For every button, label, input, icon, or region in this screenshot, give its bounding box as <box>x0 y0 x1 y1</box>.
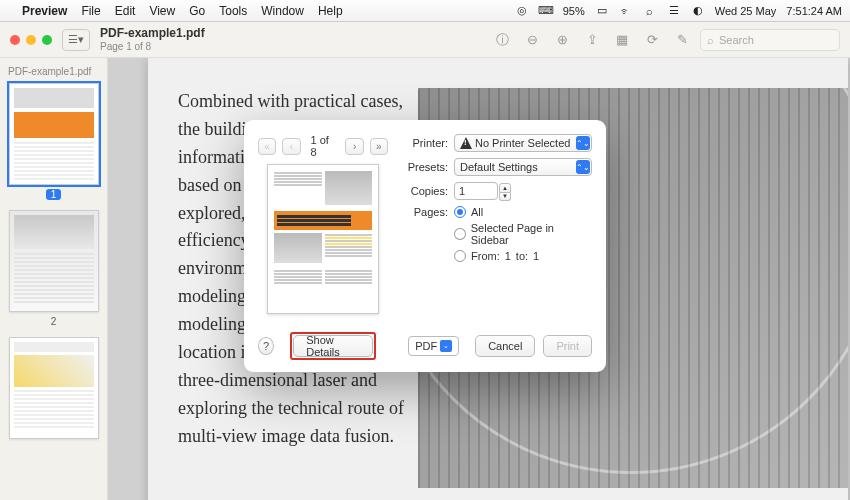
chevron-down-icon: ⌄ <box>440 340 452 352</box>
document-title: PDF-example1.pdf <box>100 27 205 40</box>
menu-go[interactable]: Go <box>189 4 205 18</box>
menubar-time[interactable]: 7:51:24 AM <box>786 5 842 17</box>
pages-selected-radio[interactable] <box>454 228 466 240</box>
sidebar-toggle[interactable]: ☰▾ <box>62 29 90 51</box>
printer-select[interactable]: No Printer Selected ⌃⌄ <box>454 134 592 152</box>
thumbnail-label-2: 2 <box>6 316 101 327</box>
pages-selected-label: Selected Page in Sidebar <box>471 222 592 246</box>
copies-input[interactable]: 1 ▲▼ <box>454 182 498 200</box>
preview-prev-page[interactable]: ‹ <box>282 138 300 155</box>
pages-range-radio[interactable] <box>454 250 466 262</box>
thumbnail-page-3[interactable] <box>9 337 99 439</box>
menubar: Preview File Edit View Go Tools Window H… <box>0 0 850 22</box>
copies-label: Copies: <box>402 185 448 197</box>
share-icon[interactable]: ⇪ <box>584 32 600 48</box>
chevron-updown-icon: ⌃⌄ <box>576 136 590 150</box>
pages-all-radio[interactable] <box>454 206 466 218</box>
menu-window[interactable]: Window <box>261 4 304 18</box>
help-button[interactable]: ? <box>258 337 274 355</box>
control-center-icon[interactable]: ☰ <box>667 4 681 18</box>
markup-icon[interactable]: ✎ <box>674 32 690 48</box>
pages-to-input[interactable]: 1 <box>533 250 539 262</box>
menu-file[interactable]: File <box>81 4 100 18</box>
battery-icon: ▭ <box>595 4 609 18</box>
search-placeholder: Search <box>719 34 754 46</box>
printer-label: Printer: <box>402 137 448 149</box>
search-icon: ⌕ <box>707 34 714 46</box>
menu-edit[interactable]: Edit <box>115 4 136 18</box>
chevron-updown-icon: ⌃⌄ <box>576 160 590 174</box>
window-controls <box>10 35 52 45</box>
menu-tools[interactable]: Tools <box>219 4 247 18</box>
print-dialog: « ‹ 1 of 8 › » Printer: <box>244 120 606 372</box>
thumbnail-label-1: 1 <box>6 189 101 200</box>
preview-next-page[interactable]: › <box>345 138 363 155</box>
pages-from-label: From: <box>471 250 500 262</box>
presets-select[interactable]: Default Settings ⌃⌄ <box>454 158 592 176</box>
menu-view[interactable]: View <box>149 4 175 18</box>
siri-icon[interactable]: ◐ <box>691 4 705 18</box>
pages-label: Pages: <box>402 206 448 218</box>
menubar-date[interactable]: Wed 25 May <box>715 5 777 17</box>
preview-last-page[interactable]: » <box>370 138 388 155</box>
print-preview-thumbnail <box>267 164 379 314</box>
warning-icon <box>460 137 472 149</box>
print-button[interactable]: Print <box>543 335 592 357</box>
pages-to-label: to: <box>516 250 528 262</box>
toolbar-search[interactable]: ⌕ Search <box>700 29 840 51</box>
keyboard-icon[interactable]: ⌨ <box>539 4 553 18</box>
show-details-button[interactable]: Show Details <box>293 335 373 357</box>
presets-label: Presets: <box>402 161 448 173</box>
titlebar: ☰▾ PDF-example1.pdf Page 1 of 8 ⓘ ⊖ ⊕ ⇪ … <box>0 22 850 58</box>
zoom-in-icon[interactable]: ⊕ <box>554 32 570 48</box>
app-menu[interactable]: Preview <box>22 4 67 18</box>
info-icon[interactable]: ⓘ <box>494 32 510 48</box>
wifi-icon[interactable]: ᯤ <box>619 4 633 18</box>
battery-percent: 95% <box>563 5 585 17</box>
pdf-dropdown[interactable]: PDF ⌄ <box>408 336 459 356</box>
search-icon[interactable]: ⌕ <box>643 4 657 18</box>
thumbnail-page-2[interactable] <box>9 210 99 312</box>
printer-value: No Printer Selected <box>475 137 570 149</box>
cancel-button[interactable]: Cancel <box>475 335 535 357</box>
presets-value: Default Settings <box>460 161 538 173</box>
preview-page-indicator: 1 of 8 <box>311 134 336 158</box>
show-details-highlight: Show Details <box>290 332 376 360</box>
close-window[interactable] <box>10 35 20 45</box>
copies-stepper[interactable]: ▲▼ <box>499 183 511 201</box>
thumbnail-sidebar: PDF-example1.pdf 1 2 <box>0 58 108 500</box>
minimize-window[interactable] <box>26 35 36 45</box>
zoom-window[interactable] <box>42 35 52 45</box>
status-icon[interactable]: ◎ <box>515 4 529 18</box>
menu-help[interactable]: Help <box>318 4 343 18</box>
preview-first-page[interactable]: « <box>258 138 276 155</box>
sidebar-title: PDF-example1.pdf <box>8 66 101 77</box>
thumbnail-page-1[interactable] <box>9 83 99 185</box>
pages-all-label: All <box>471 206 483 218</box>
highlight-icon[interactable]: ▦ <box>614 32 630 48</box>
pages-from-input[interactable]: 1 <box>505 250 511 262</box>
zoom-out-icon[interactable]: ⊖ <box>524 32 540 48</box>
page-indicator: Page 1 of 8 <box>100 41 205 52</box>
rotate-icon[interactable]: ⟳ <box>644 32 660 48</box>
